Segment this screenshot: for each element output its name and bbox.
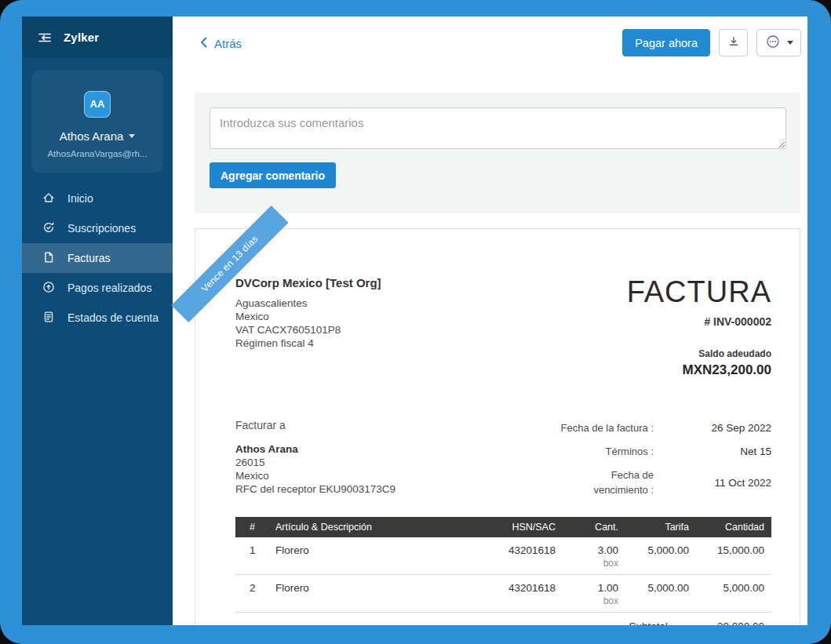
column-header: Cant. <box>556 522 618 533</box>
bill-to-label: Facturar a <box>235 419 395 431</box>
item-hsn: 43201618 <box>461 582 556 606</box>
quantity-value: 3.00 <box>598 544 618 556</box>
add-comment-button[interactable]: Agregar comentario <box>210 162 336 188</box>
back-label: Atrás <box>214 37 242 50</box>
column-header: # <box>235 522 267 533</box>
topbar-actions: Pagar ahora <box>622 29 801 56</box>
meta-label: Términos : <box>553 444 654 459</box>
profile-name-dropdown[interactable]: Athos Arana <box>38 129 157 143</box>
customer-address-line: Mexico <box>235 469 395 482</box>
profile-name: Athos Arana <box>60 129 124 143</box>
column-header: Cantidad <box>689 522 771 533</box>
profile-card: AA Athos Arana AthosAranaVargas@rh... <box>31 71 163 173</box>
table-header-row: # Artículo & Descripción HSN/SAC Cant. T… <box>235 517 771 537</box>
back-link[interactable]: Atrás <box>200 37 242 50</box>
subscriptions-refresh-icon <box>42 220 56 237</box>
sidebar-menu: Inicio Suscripciones <box>22 184 173 333</box>
invoice-parties-row: Facturar a Athos Arana 26015 Mexico RFC … <box>235 419 771 506</box>
column-header: Artículo & Descripción <box>267 522 461 533</box>
meta-row-terms: Términos : Net 15 <box>536 444 771 459</box>
balance-due-label: Saldo adeudado <box>627 348 771 359</box>
quantity-value: 1.00 <box>598 582 618 594</box>
column-header: Tarifa <box>618 522 689 533</box>
download-button[interactable] <box>719 29 748 56</box>
customer-address-line: 26015 <box>235 456 395 469</box>
quantity-unit: box <box>556 558 618 569</box>
customer-name: Athos Arana <box>235 442 395 456</box>
document-title: FACTURA <box>627 276 771 307</box>
meta-row-due-date: Fecha de vencimiento : 11 Oct 2022 <box>536 468 771 497</box>
sidebar-item-label: Facturas <box>67 252 110 264</box>
company-block: DVCorp Mexico [Test Org] Aguascalientes … <box>235 276 381 378</box>
download-icon <box>727 35 740 50</box>
subtotal-label: Subtotal <box>629 620 668 625</box>
avatar: AA <box>84 91 111 118</box>
sidebar-brand-bar: Zylker <box>22 16 173 58</box>
item-rate: 5,000.00 <box>618 544 689 569</box>
invoice-document: DVCorp Mexico [Test Org] Aguascalientes … <box>195 229 800 625</box>
company-fiscal-regime: Régimen fiscal 4 <box>235 337 381 350</box>
table-row: 1 Florero 43201618 3.00 box 5,000.00 15,… <box>235 537 771 575</box>
meta-label: Fecha de la factura : <box>553 420 654 435</box>
payments-upload-icon <box>42 280 56 297</box>
brand-name: Zylker <box>64 31 99 44</box>
sidebar-item-estados-de-cuenta[interactable]: Estados de cuenta <box>22 303 173 333</box>
invoice-card: Vence en 13 días DVCorp Mexico [Test Org… <box>195 228 800 625</box>
meta-value: 26 Sep 2022 <box>654 422 771 434</box>
portal-window-frame: Zylker AA Athos Arana AthosAranaVargas@r… <box>0 0 831 644</box>
quantity-unit: box <box>556 595 618 606</box>
item-number: 1 <box>235 544 267 569</box>
screenshot-stage: Zylker AA Athos Arana AthosAranaVargas@r… <box>0 0 831 644</box>
item-amount: 15,000.00 <box>689 544 771 569</box>
profile-email: AthosAranaVargas@rh... <box>38 149 157 158</box>
meta-row-invoice-date: Fecha de la factura : 26 Sep 2022 <box>536 420 771 435</box>
meta-value: 11 Oct 2022 <box>654 477 771 489</box>
item-description: Florero <box>267 582 461 606</box>
sidebar-item-facturas[interactable]: Facturas <box>22 243 173 273</box>
line-items-table: # Artículo & Descripción HSN/SAC Cant. T… <box>235 517 771 625</box>
caret-down-icon <box>787 41 793 45</box>
sidebar-item-pagos-realizados[interactable]: Pagos realizados <box>22 273 173 303</box>
caret-down-icon <box>129 134 135 138</box>
invoice-number: # INV-000002 <box>627 315 771 328</box>
item-rate: 5,000.00 <box>618 582 689 606</box>
column-header: HSN/SAC <box>461 522 556 533</box>
comment-panel: Agregar comentario <box>195 93 800 213</box>
invoice-meta-block: Fecha de la factura : 26 Sep 2022 Términ… <box>536 419 771 506</box>
customer-rfc: RFC del receptor EKU9003173C9 <box>235 482 395 496</box>
more-options-button[interactable] <box>756 29 801 56</box>
ellipsis-circle-icon <box>765 34 781 52</box>
item-hsn: 43201618 <box>461 544 556 569</box>
sidebar-item-label: Estados de cuenta <box>67 311 159 324</box>
sidebar-item-label: Inicio <box>67 192 93 205</box>
item-amount: 5,000.00 <box>689 582 771 606</box>
company-address-line: Mexico <box>235 310 381 323</box>
item-description: Florero <box>267 544 461 569</box>
comment-input[interactable] <box>210 107 786 149</box>
table-row: 2 Florero 43201618 1.00 box 5,000.00 5,0… <box>235 575 771 613</box>
item-number: 2 <box>235 582 267 606</box>
pay-now-button[interactable]: Pagar ahora <box>622 29 710 56</box>
invoice-header-row: DVCorp Mexico [Test Org] Aguascalientes … <box>235 276 771 378</box>
subtotal-row: Subtotal 20,000.00 <box>235 613 771 625</box>
subtotal-value: 20,000.00 <box>668 620 764 625</box>
balance-due-value: MXN23,200.00 <box>627 362 771 378</box>
back-chevron-icon <box>200 37 207 50</box>
item-quantity: 3.00 box <box>556 544 618 569</box>
main-content: Atrás Pagar ahora <box>173 16 807 625</box>
sidebar-item-inicio[interactable]: Inicio <box>22 184 173 213</box>
sidebar: Zylker AA Athos Arana AthosAranaVargas@r… <box>22 16 173 625</box>
sidebar-item-suscripciones[interactable]: Suscripciones <box>22 213 173 243</box>
invoice-title-block: FACTURA # INV-000002 Saldo adeudado MXN2… <box>627 276 771 378</box>
invoice-file-icon <box>42 250 56 267</box>
meta-label: Fecha de vencimiento : <box>553 468 654 497</box>
statement-document-icon <box>42 310 56 326</box>
home-icon <box>42 191 56 207</box>
meta-value: Net 15 <box>654 446 771 457</box>
company-name: DVCorp Mexico [Test Org] <box>235 276 381 289</box>
company-vat: VAT CACX7605101P8 <box>235 323 381 337</box>
sidebar-collapse-icon[interactable] <box>38 32 52 43</box>
portal-viewport: Zylker AA Athos Arana AthosAranaVargas@r… <box>22 16 807 625</box>
sidebar-item-label: Pagos realizados <box>67 282 151 294</box>
bill-to-block: Facturar a Athos Arana 26015 Mexico RFC … <box>235 419 395 506</box>
